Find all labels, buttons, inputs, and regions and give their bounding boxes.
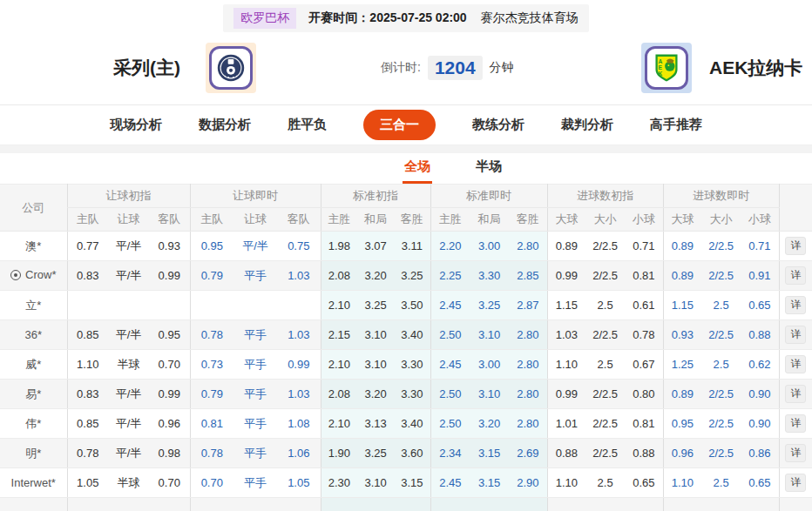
odds-cell: 0.93 <box>149 232 190 261</box>
odds-cell <box>67 498 108 511</box>
odds-row: 立*2.103.253.502.453.252.871.152.50.611.1… <box>0 291 812 320</box>
odds-cell: 半球 <box>108 350 149 380</box>
detail-header <box>779 185 812 232</box>
detail-link[interactable]: 详 <box>785 296 806 314</box>
odds-cell: 0.96 <box>663 439 701 468</box>
odds-cell: 0.79 <box>190 380 233 409</box>
company-cell: 易* <box>0 380 67 409</box>
odds-cell: 2.5 <box>585 350 625 380</box>
odds-cell: 0.89 <box>547 232 585 261</box>
detail-link[interactable]: 详 <box>785 326 806 344</box>
odds-cell: 3.30 <box>470 261 509 291</box>
detail-cell: 详 <box>779 409 812 439</box>
odds-cell: 1.98 <box>321 232 357 261</box>
detail-link[interactable]: 详 <box>785 385 806 403</box>
nav-tab-胜平负[interactable]: 胜平负 <box>288 117 327 133</box>
company-label: 澳* <box>25 239 41 254</box>
odds-cell: 3.10 <box>357 320 394 350</box>
detail-cell: 详 <box>779 320 812 350</box>
odds-cell: 0.88 <box>547 439 585 468</box>
odds-cell: 2.34 <box>430 439 470 468</box>
nav-tab-数据分析[interactable]: 数据分析 <box>199 117 251 133</box>
odds-cell: 1.10 <box>547 350 585 380</box>
group-header-让球即时: 让球即时 <box>190 185 321 208</box>
detail-link[interactable]: 详 <box>785 474 806 492</box>
col-header-小球: 小球 <box>625 208 663 232</box>
odds-cell: 1.01 <box>547 409 585 439</box>
odds-cell: 2/2.5 <box>701 380 741 409</box>
col-header-让球: 让球 <box>108 208 149 232</box>
odds-cell: 2.87 <box>509 291 547 320</box>
nav-tab-教练分析[interactable]: 教练分析 <box>472 117 524 133</box>
detail-link[interactable]: 详 <box>785 266 806 285</box>
odds-cell: 1.25 <box>663 350 701 380</box>
odds-cell: 0.85 <box>67 320 108 350</box>
company-label: 明* <box>25 446 41 461</box>
countdown: 倒计时: 1204 分钟 <box>381 56 514 80</box>
col-header-客队: 客队 <box>277 208 321 232</box>
odds-cell: 2.80 <box>509 350 547 380</box>
odds-cell: 0.65 <box>625 468 663 498</box>
odds-cell <box>701 498 741 511</box>
company-cell: 立* <box>0 291 67 320</box>
nav-tab-三合一[interactable]: 三合一 <box>363 110 436 140</box>
odds-cell: 2.15 <box>321 320 357 350</box>
odds-cell: 0.77 <box>67 232 108 261</box>
detail-link[interactable]: 详 <box>785 355 806 373</box>
odds-cell: 2.50 <box>430 380 470 409</box>
odds-cell: 2/2.5 <box>701 261 741 291</box>
period-subtabs-inner: 全场半场 <box>403 158 504 184</box>
odds-cell: 0.78 <box>190 439 233 468</box>
detail-link[interactable]: 详 <box>785 414 806 433</box>
odds-cell: 2.90 <box>509 468 547 498</box>
company-cell: Crow* <box>0 261 67 291</box>
detail-cell: 详 <box>779 468 812 498</box>
odds-cell: 0.65 <box>741 291 779 320</box>
group-header-进球数即时: 进球数即时 <box>663 185 779 208</box>
odds-cell: 0.95 <box>663 409 701 439</box>
league-badge[interactable]: 欧罗巴杯 <box>233 8 296 29</box>
odds-cell <box>277 498 321 511</box>
odds-cell: 2.08 <box>321 261 357 291</box>
odds-cell: 3.07 <box>357 232 394 261</box>
company-label: 威* <box>25 357 41 373</box>
odds-row: 威*1.10半球0.700.73平手0.992.103.103.302.453.… <box>0 350 812 380</box>
nav-tab-裁判分析[interactable]: 裁判分析 <box>561 117 613 133</box>
company-cell: 威* <box>0 350 67 380</box>
subtab-半场[interactable]: 半场 <box>474 158 504 184</box>
nav-tab-现场分析[interactable]: 现场分析 <box>110 117 162 133</box>
detail-cell: 详 <box>779 261 812 291</box>
odds-cell: 2.45 <box>430 350 470 380</box>
detail-link[interactable]: 详 <box>785 444 806 462</box>
odds-cell: 0.73 <box>190 350 233 380</box>
odds-cell: 3.10 <box>470 320 509 350</box>
odds-cell: 0.70 <box>190 468 233 498</box>
odds-cell <box>321 498 357 511</box>
col-header-主胜: 主胜 <box>430 208 470 232</box>
odds-cell: 2.25 <box>430 261 470 291</box>
odds-cell: 平/半 <box>108 439 149 468</box>
odds-cell: 2.80 <box>509 232 547 261</box>
nav-tab-高手推荐[interactable]: 高手推荐 <box>650 117 702 133</box>
col-header-客胜: 客胜 <box>509 208 547 232</box>
odds-row: 澳*0.77平/半0.930.95平/半0.751.983.073.112.20… <box>0 232 812 261</box>
subtab-全场[interactable]: 全场 <box>403 158 432 184</box>
match-odds-page: 欧罗巴杯 开赛时间：2025-07-25 02:00 赛尔杰竞技体育场 采列(主… <box>0 0 812 511</box>
odds-cell: 2.50 <box>430 409 470 439</box>
odds-cell: 0.70 <box>149 350 190 380</box>
odds-cell: 2.20 <box>430 232 470 261</box>
group-header-标准初指: 标准初指 <box>321 185 430 208</box>
odds-cell: 0.89 <box>663 232 701 261</box>
odds-cell: 2.5 <box>701 291 741 320</box>
odds-cell: 1.15 <box>547 291 585 320</box>
countdown-unit: 分钟 <box>490 60 514 76</box>
odds-cell: 0.83 <box>67 261 108 291</box>
odds-cell: 0.78 <box>625 320 663 350</box>
odds-row: Crow*0.83平/半0.990.79平手1.032.083.203.252.… <box>0 261 812 291</box>
odds-cell: 0.83 <box>67 380 108 409</box>
detail-link[interactable]: 详 <box>785 237 806 255</box>
odds-cell: 0.75 <box>277 232 321 261</box>
odds-cell: 2/2.5 <box>585 232 625 261</box>
svg-text:K: K <box>659 71 663 77</box>
odds-cell: 2/2.5 <box>585 439 625 468</box>
